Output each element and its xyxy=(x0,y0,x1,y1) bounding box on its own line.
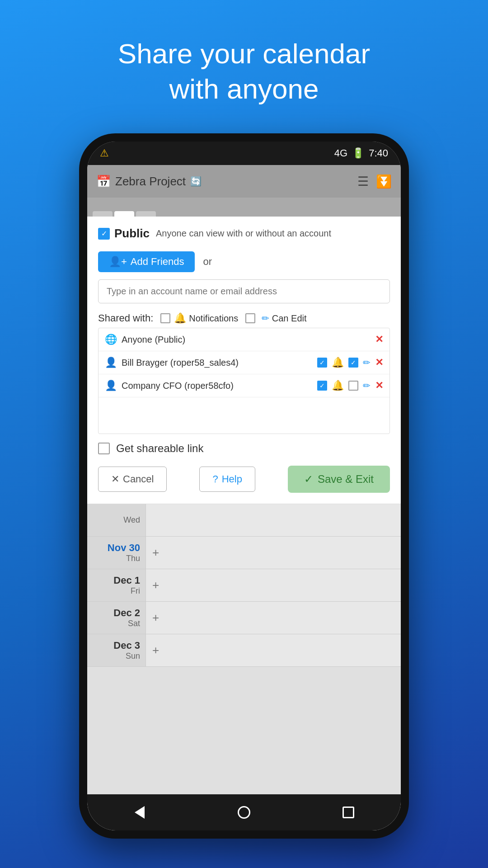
cal-date-number: Dec 2 xyxy=(113,607,140,619)
cal-row-dec1: Dec 1 Fri + xyxy=(87,569,401,602)
home-button[interactable] xyxy=(230,799,258,826)
globe-icon: 🌐 xyxy=(105,334,117,345)
save-exit-button[interactable]: ✓ Save & Exit xyxy=(288,466,390,493)
cal-day-label: Thu xyxy=(126,554,140,563)
share-modal: ✓ Public Anyone can view with or without… xyxy=(87,217,401,504)
cal-event-cell[interactable]: + xyxy=(146,537,401,569)
can-edit-header-checkbox[interactable] xyxy=(245,313,255,323)
add-friends-button[interactable]: 👤+ Add Friends xyxy=(98,251,195,272)
user-icon: 👤 xyxy=(105,380,117,392)
add-event-icon[interactable]: + xyxy=(152,546,159,560)
app-header-actions: ☰ ⏬ xyxy=(357,174,392,189)
shared-with-label: Shared with: xyxy=(98,312,153,324)
cal-row-nov30: Nov 30 Thu + xyxy=(87,537,401,569)
shared-row-cfo: 👤 Company CFO (roper58cfo) ✓ 🔔 ✏ ✕ xyxy=(99,374,389,397)
cal-row-dec3: Dec 3 Sun + xyxy=(87,634,401,667)
add-event-icon[interactable]: + xyxy=(152,578,159,592)
cal-event-cell[interactable] xyxy=(146,504,401,536)
bell-header-icon: 🔔 xyxy=(174,312,186,324)
cal-day-label: Sat xyxy=(128,619,140,628)
cal-date-number: Dec 1 xyxy=(113,575,140,586)
user-icon: 👤 xyxy=(105,357,117,368)
public-desc: Anyone can view with or without an accou… xyxy=(156,228,331,239)
phone-screen: ⚠ 4G 🔋 7:40 📅 Zebra Project 🔄 ☰ ⏬ xyxy=(87,142,401,830)
cal-date-number: Dec 3 xyxy=(113,640,140,651)
menu-button[interactable]: ☰ xyxy=(357,174,369,189)
tab-strip xyxy=(87,198,401,217)
user-can-edit-checkbox[interactable]: ✓ xyxy=(348,358,358,368)
back-icon xyxy=(135,806,145,819)
notification-bell-active[interactable]: 🔔 xyxy=(332,357,344,368)
shared-user-name: Bill Brayger (roper58_sales4) xyxy=(122,358,313,368)
recents-icon xyxy=(343,807,354,818)
remove-user-button[interactable]: ✕ xyxy=(375,334,383,345)
pencil-header-icon: ✏ xyxy=(262,313,269,323)
shared-users-list: 🌐 Anyone (Public) ✕ 👤 Bill Brayger (rope… xyxy=(98,328,390,434)
clock: 7:40 xyxy=(369,147,388,159)
cal-day-label: Wed xyxy=(123,515,140,525)
add-event-icon[interactable]: + xyxy=(152,643,159,657)
bottom-buttons: ✕ Cancel ? Help ✓ Save & Exit xyxy=(98,466,390,493)
shared-user-name: Anyone (Public) xyxy=(122,335,371,345)
remove-user-button[interactable]: ✕ xyxy=(375,380,383,392)
tab-3[interactable] xyxy=(136,211,156,217)
empty-list-space xyxy=(99,397,389,434)
cal-event-cell[interactable]: + xyxy=(146,602,401,634)
app-title-group: 📅 Zebra Project 🔄 xyxy=(96,175,202,189)
home-icon xyxy=(238,806,250,819)
user-shared-checkbox[interactable]: ✓ xyxy=(317,358,327,368)
status-left: ⚠ xyxy=(100,147,109,159)
add-user-icon: 👤+ xyxy=(109,256,127,268)
phone-frame: ⚠ 4G 🔋 7:40 📅 Zebra Project 🔄 ☰ ⏬ xyxy=(79,133,409,839)
refresh-icon[interactable]: 🔄 xyxy=(190,176,202,187)
help-icon: ? xyxy=(212,473,218,485)
status-right: 4G 🔋 7:40 xyxy=(334,147,388,159)
shareable-link-row: Get shareable link xyxy=(98,442,390,455)
app-title: Zebra Project xyxy=(115,175,186,189)
cancel-icon: ✕ xyxy=(111,473,119,485)
add-friends-row: 👤+ Add Friends or xyxy=(98,251,390,272)
shared-header-checkbox[interactable] xyxy=(160,313,170,323)
cal-row-dec2: Dec 2 Sat + xyxy=(87,602,401,634)
cal-event-cell[interactable]: + xyxy=(146,569,401,601)
calendar-icon: 📅 xyxy=(96,175,111,189)
user-can-edit-checkbox[interactable] xyxy=(348,381,358,391)
edit-icon[interactable]: ✏ xyxy=(363,380,371,391)
cal-date-number: Nov 30 xyxy=(108,542,140,554)
status-bar: ⚠ 4G 🔋 7:40 xyxy=(87,142,401,165)
shared-row-bill: 👤 Bill Brayger (roper58_sales4) ✓ 🔔 ✓ ✏ … xyxy=(99,351,389,374)
tab-1[interactable] xyxy=(93,211,113,217)
expand-button[interactable]: ⏬ xyxy=(376,174,392,189)
help-button[interactable]: ? Help xyxy=(199,467,255,492)
shared-with-header: Shared with: 🔔 Notifications ✏ Can Edit xyxy=(98,312,390,324)
shared-user-name: Company CFO (roper58cfo) xyxy=(122,381,313,391)
shareable-link-label: Get shareable link xyxy=(116,442,203,455)
calendar-view: Wed Nov 30 Thu + Dec 1 Fri + xyxy=(87,504,401,794)
can-edit-label: ✏ Can Edit xyxy=(262,313,306,324)
cal-date-cell: Wed xyxy=(87,504,146,536)
hero-title: Share your calendar with anyone xyxy=(118,36,370,106)
email-input[interactable] xyxy=(98,279,390,303)
public-label: Public xyxy=(114,226,150,241)
notification-bell-active[interactable]: 🔔 xyxy=(332,380,344,392)
remove-user-button[interactable]: ✕ xyxy=(375,357,383,368)
cal-date-cell: Dec 1 Fri xyxy=(87,569,146,601)
user-shared-checkbox[interactable]: ✓ xyxy=(317,381,327,391)
shareable-link-checkbox[interactable] xyxy=(98,443,110,454)
cal-date-cell: Dec 2 Sat xyxy=(87,602,146,634)
warning-icon: ⚠ xyxy=(100,147,109,159)
recents-button[interactable] xyxy=(335,799,362,826)
back-button[interactable] xyxy=(126,799,153,826)
cal-row-wed: Wed xyxy=(87,504,401,537)
edit-icon[interactable]: ✏ xyxy=(363,357,371,368)
or-label: or xyxy=(203,256,212,268)
public-checkbox[interactable]: ✓ xyxy=(98,228,110,240)
cancel-button[interactable]: ✕ Cancel xyxy=(98,467,167,492)
add-event-icon[interactable]: + xyxy=(152,611,159,625)
tab-2[interactable] xyxy=(114,211,134,217)
checkmark-icon: ✓ xyxy=(304,473,313,486)
cal-date-cell: Dec 3 Sun xyxy=(87,634,146,666)
cal-event-cell[interactable]: + xyxy=(146,634,401,666)
shared-row-anyone: 🌐 Anyone (Public) ✕ xyxy=(99,328,389,351)
notifications-group: 🔔 Notifications xyxy=(174,312,238,324)
